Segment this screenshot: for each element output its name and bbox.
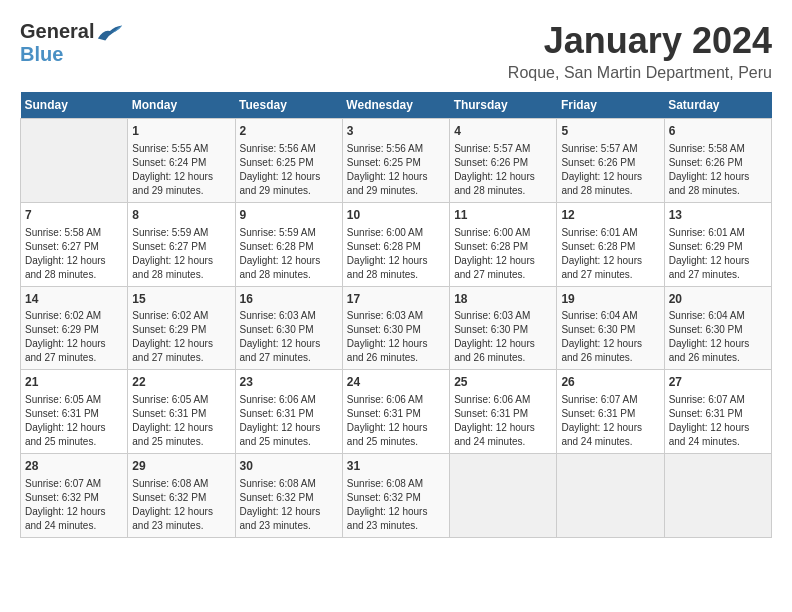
calendar-cell: 27Sunrise: 6:07 AM Sunset: 6:31 PM Dayli… bbox=[664, 370, 771, 454]
day-number: 10 bbox=[347, 207, 445, 224]
day-number: 21 bbox=[25, 374, 123, 391]
title-section: January 2024 Roque, San Martin Departmen… bbox=[508, 20, 772, 82]
calendar-title: January 2024 bbox=[508, 20, 772, 62]
day-number: 22 bbox=[132, 374, 230, 391]
calendar-week-row: 14Sunrise: 6:02 AM Sunset: 6:29 PM Dayli… bbox=[21, 286, 772, 370]
day-number: 29 bbox=[132, 458, 230, 475]
calendar-cell: 6Sunrise: 5:58 AM Sunset: 6:26 PM Daylig… bbox=[664, 119, 771, 203]
day-info: Sunrise: 6:01 AM Sunset: 6:28 PM Dayligh… bbox=[561, 226, 659, 282]
calendar-cell: 25Sunrise: 6:06 AM Sunset: 6:31 PM Dayli… bbox=[450, 370, 557, 454]
calendar-cell: 13Sunrise: 6:01 AM Sunset: 6:29 PM Dayli… bbox=[664, 202, 771, 286]
calendar-cell: 11Sunrise: 6:00 AM Sunset: 6:28 PM Dayli… bbox=[450, 202, 557, 286]
calendar-cell bbox=[664, 454, 771, 538]
calendar-subtitle: Roque, San Martin Department, Peru bbox=[508, 64, 772, 82]
day-number: 17 bbox=[347, 291, 445, 308]
calendar-cell: 7Sunrise: 5:58 AM Sunset: 6:27 PM Daylig… bbox=[21, 202, 128, 286]
calendar-cell: 12Sunrise: 6:01 AM Sunset: 6:28 PM Dayli… bbox=[557, 202, 664, 286]
calendar-week-row: 21Sunrise: 6:05 AM Sunset: 6:31 PM Dayli… bbox=[21, 370, 772, 454]
day-number: 16 bbox=[240, 291, 338, 308]
day-number: 4 bbox=[454, 123, 552, 140]
day-info: Sunrise: 6:05 AM Sunset: 6:31 PM Dayligh… bbox=[25, 393, 123, 449]
day-info: Sunrise: 6:08 AM Sunset: 6:32 PM Dayligh… bbox=[347, 477, 445, 533]
calendar-cell: 5Sunrise: 5:57 AM Sunset: 6:26 PM Daylig… bbox=[557, 119, 664, 203]
day-info: Sunrise: 6:01 AM Sunset: 6:29 PM Dayligh… bbox=[669, 226, 767, 282]
calendar-cell: 24Sunrise: 6:06 AM Sunset: 6:31 PM Dayli… bbox=[342, 370, 449, 454]
day-info: Sunrise: 6:03 AM Sunset: 6:30 PM Dayligh… bbox=[240, 309, 338, 365]
day-number: 3 bbox=[347, 123, 445, 140]
day-info: Sunrise: 6:00 AM Sunset: 6:28 PM Dayligh… bbox=[454, 226, 552, 282]
day-header-wednesday: Wednesday bbox=[342, 92, 449, 119]
day-info: Sunrise: 5:58 AM Sunset: 6:26 PM Dayligh… bbox=[669, 142, 767, 198]
day-number: 5 bbox=[561, 123, 659, 140]
calendar-cell: 14Sunrise: 6:02 AM Sunset: 6:29 PM Dayli… bbox=[21, 286, 128, 370]
calendar-cell: 29Sunrise: 6:08 AM Sunset: 6:32 PM Dayli… bbox=[128, 454, 235, 538]
calendar-cell: 28Sunrise: 6:07 AM Sunset: 6:32 PM Dayli… bbox=[21, 454, 128, 538]
logo-general-text: General bbox=[20, 20, 94, 43]
day-header-tuesday: Tuesday bbox=[235, 92, 342, 119]
day-number: 31 bbox=[347, 458, 445, 475]
day-info: Sunrise: 6:08 AM Sunset: 6:32 PM Dayligh… bbox=[132, 477, 230, 533]
day-info: Sunrise: 6:06 AM Sunset: 6:31 PM Dayligh… bbox=[454, 393, 552, 449]
day-header-monday: Monday bbox=[128, 92, 235, 119]
calendar-cell: 10Sunrise: 6:00 AM Sunset: 6:28 PM Dayli… bbox=[342, 202, 449, 286]
day-info: Sunrise: 6:07 AM Sunset: 6:31 PM Dayligh… bbox=[561, 393, 659, 449]
calendar-header-row: SundayMondayTuesdayWednesdayThursdayFrid… bbox=[21, 92, 772, 119]
day-number: 9 bbox=[240, 207, 338, 224]
day-number: 14 bbox=[25, 291, 123, 308]
day-number: 11 bbox=[454, 207, 552, 224]
day-number: 2 bbox=[240, 123, 338, 140]
calendar-cell: 23Sunrise: 6:06 AM Sunset: 6:31 PM Dayli… bbox=[235, 370, 342, 454]
calendar-cell: 8Sunrise: 5:59 AM Sunset: 6:27 PM Daylig… bbox=[128, 202, 235, 286]
day-number: 15 bbox=[132, 291, 230, 308]
day-number: 30 bbox=[240, 458, 338, 475]
day-info: Sunrise: 5:55 AM Sunset: 6:24 PM Dayligh… bbox=[132, 142, 230, 198]
day-info: Sunrise: 6:08 AM Sunset: 6:32 PM Dayligh… bbox=[240, 477, 338, 533]
calendar-week-row: 28Sunrise: 6:07 AM Sunset: 6:32 PM Dayli… bbox=[21, 454, 772, 538]
calendar-cell: 21Sunrise: 6:05 AM Sunset: 6:31 PM Dayli… bbox=[21, 370, 128, 454]
day-number: 1 bbox=[132, 123, 230, 140]
day-header-saturday: Saturday bbox=[664, 92, 771, 119]
day-info: Sunrise: 5:59 AM Sunset: 6:28 PM Dayligh… bbox=[240, 226, 338, 282]
calendar-cell: 20Sunrise: 6:04 AM Sunset: 6:30 PM Dayli… bbox=[664, 286, 771, 370]
day-info: Sunrise: 6:04 AM Sunset: 6:30 PM Dayligh… bbox=[561, 309, 659, 365]
day-info: Sunrise: 6:02 AM Sunset: 6:29 PM Dayligh… bbox=[132, 309, 230, 365]
day-number: 19 bbox=[561, 291, 659, 308]
day-header-thursday: Thursday bbox=[450, 92, 557, 119]
day-info: Sunrise: 6:00 AM Sunset: 6:28 PM Dayligh… bbox=[347, 226, 445, 282]
calendar-cell: 30Sunrise: 6:08 AM Sunset: 6:32 PM Dayli… bbox=[235, 454, 342, 538]
calendar-cell: 16Sunrise: 6:03 AM Sunset: 6:30 PM Dayli… bbox=[235, 286, 342, 370]
day-number: 28 bbox=[25, 458, 123, 475]
day-number: 18 bbox=[454, 291, 552, 308]
day-info: Sunrise: 6:06 AM Sunset: 6:31 PM Dayligh… bbox=[347, 393, 445, 449]
logo-blue-text: Blue bbox=[20, 43, 63, 66]
calendar-cell: 17Sunrise: 6:03 AM Sunset: 6:30 PM Dayli… bbox=[342, 286, 449, 370]
calendar-cell: 31Sunrise: 6:08 AM Sunset: 6:32 PM Dayli… bbox=[342, 454, 449, 538]
day-header-friday: Friday bbox=[557, 92, 664, 119]
calendar-cell: 15Sunrise: 6:02 AM Sunset: 6:29 PM Dayli… bbox=[128, 286, 235, 370]
calendar-cell: 4Sunrise: 5:57 AM Sunset: 6:26 PM Daylig… bbox=[450, 119, 557, 203]
calendar-cell bbox=[557, 454, 664, 538]
calendar-cell: 18Sunrise: 6:03 AM Sunset: 6:30 PM Dayli… bbox=[450, 286, 557, 370]
day-info: Sunrise: 6:03 AM Sunset: 6:30 PM Dayligh… bbox=[454, 309, 552, 365]
day-header-sunday: Sunday bbox=[21, 92, 128, 119]
calendar-week-row: 1Sunrise: 5:55 AM Sunset: 6:24 PM Daylig… bbox=[21, 119, 772, 203]
day-info: Sunrise: 6:05 AM Sunset: 6:31 PM Dayligh… bbox=[132, 393, 230, 449]
day-info: Sunrise: 5:57 AM Sunset: 6:26 PM Dayligh… bbox=[561, 142, 659, 198]
calendar-table: SundayMondayTuesdayWednesdayThursdayFrid… bbox=[20, 92, 772, 538]
day-number: 23 bbox=[240, 374, 338, 391]
day-info: Sunrise: 5:57 AM Sunset: 6:26 PM Dayligh… bbox=[454, 142, 552, 198]
calendar-cell: 19Sunrise: 6:04 AM Sunset: 6:30 PM Dayli… bbox=[557, 286, 664, 370]
page-header: General Blue January 2024 Roque, San Mar… bbox=[20, 20, 772, 82]
day-number: 26 bbox=[561, 374, 659, 391]
calendar-week-row: 7Sunrise: 5:58 AM Sunset: 6:27 PM Daylig… bbox=[21, 202, 772, 286]
calendar-cell: 1Sunrise: 5:55 AM Sunset: 6:24 PM Daylig… bbox=[128, 119, 235, 203]
calendar-cell bbox=[450, 454, 557, 538]
day-info: Sunrise: 6:03 AM Sunset: 6:30 PM Dayligh… bbox=[347, 309, 445, 365]
calendar-cell: 9Sunrise: 5:59 AM Sunset: 6:28 PM Daylig… bbox=[235, 202, 342, 286]
calendar-cell: 22Sunrise: 6:05 AM Sunset: 6:31 PM Dayli… bbox=[128, 370, 235, 454]
day-info: Sunrise: 5:56 AM Sunset: 6:25 PM Dayligh… bbox=[347, 142, 445, 198]
day-info: Sunrise: 6:06 AM Sunset: 6:31 PM Dayligh… bbox=[240, 393, 338, 449]
day-info: Sunrise: 5:56 AM Sunset: 6:25 PM Dayligh… bbox=[240, 142, 338, 198]
calendar-cell: 26Sunrise: 6:07 AM Sunset: 6:31 PM Dayli… bbox=[557, 370, 664, 454]
calendar-cell: 3Sunrise: 5:56 AM Sunset: 6:25 PM Daylig… bbox=[342, 119, 449, 203]
